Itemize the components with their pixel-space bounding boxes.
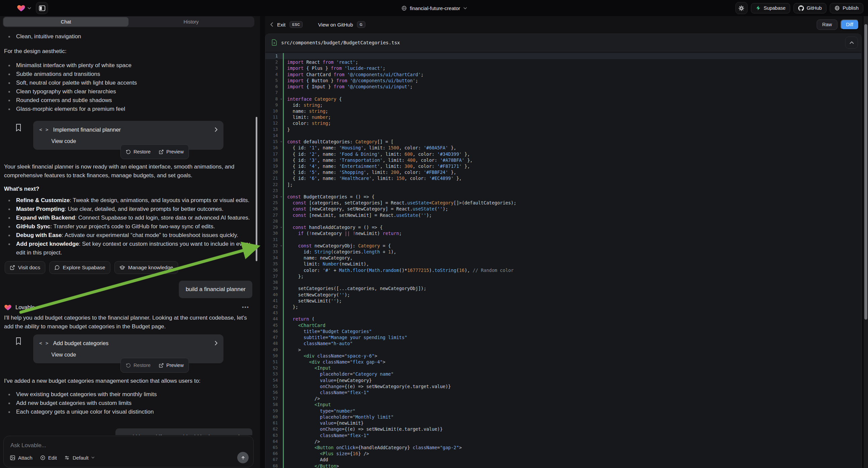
view-on-github-button[interactable]: View on GitHub (318, 22, 353, 28)
line-number: 10 (266, 108, 283, 114)
tab-chat[interactable]: Chat (3, 17, 128, 27)
chat-panel: Chat History Clean, intuitive navigation… (0, 16, 260, 468)
sidebar-panel-icon (39, 5, 45, 11)
code-line: 19 { id: '4', name: 'Entertainment', lim… (266, 163, 861, 169)
preview-button[interactable]: Preview (159, 361, 184, 370)
exit-button[interactable]: Exit (277, 22, 285, 28)
version-card-actions: Restore Preview (120, 358, 189, 373)
fold-toggle-icon[interactable]: › (278, 245, 284, 247)
code-text: name: newCategory, (284, 255, 353, 261)
assistant-paragraph: Your sleek financial planner is now read… (4, 163, 253, 180)
version-card-implement-financial-planner[interactable]: < > Implement financial planner View cod… (33, 121, 223, 150)
line-number: 12 (266, 120, 283, 126)
code-line: 8›interface Category { (266, 96, 861, 102)
user-message-row: build a financial planner (4, 281, 253, 298)
code-line: 25 const [categories, setCategories] = R… (266, 200, 861, 206)
code-line: 65 <Button onClick={handleAddCategory} c… (266, 444, 861, 450)
code-text (284, 188, 287, 194)
toggle-sidebar-button[interactable] (36, 2, 48, 14)
bullet-item: Refine & Customize: Tweak the design, an… (4, 196, 253, 205)
bullet-item: Clean, intuitive navigation (4, 32, 253, 41)
code-text: <div className="space-y-6"> (284, 353, 377, 359)
code-line: 60 placeholder="Monthly limit" (266, 414, 861, 420)
page-scrollbar-track[interactable] (864, 16, 868, 468)
line-number: 19 (266, 163, 283, 169)
lovable-heart-icon (17, 4, 26, 12)
line-number: 44 (266, 316, 283, 322)
explore-supabase-button[interactable]: Explore Supabase (49, 261, 111, 274)
code-editor[interactable]: 12import React from 'react';3import { Pl… (266, 52, 861, 468)
code-text: const handleAddCategory = () => { (284, 224, 382, 230)
message-menu-button[interactable]: ••• (242, 303, 249, 312)
line-number: 46 (266, 328, 283, 334)
fold-toggle-icon[interactable]: › (278, 226, 284, 229)
line-number: 43 (266, 310, 283, 316)
code-line: 5import { Button } from '@/components/ui… (266, 78, 861, 84)
code-line: 53 placeholder="Category name" (266, 371, 861, 377)
code-text: limit: Number(newLimit), (284, 261, 369, 267)
globe-icon (401, 5, 407, 11)
publish-button[interactable]: Publish (830, 3, 863, 13)
file-header[interactable]: src/components/budget/BudgetCategories.t… (266, 34, 861, 51)
line-number: 7 (266, 90, 283, 96)
code-line: 45 <ChartCard (266, 322, 861, 328)
line-number: 34 (266, 255, 283, 261)
code-text: { id: '3', name: 'Transportation', limit… (284, 157, 473, 163)
code-line: 11 limit: number; (266, 114, 861, 120)
code-line: 37 }; (266, 273, 861, 279)
fold-toggle-icon[interactable]: › (278, 196, 284, 198)
restore-button[interactable]: Restore (126, 361, 151, 370)
code-text (284, 133, 287, 139)
code-line: 26 const [newCategory, setNewCategory] =… (266, 206, 861, 212)
restore-button[interactable]: Restore (126, 147, 151, 156)
code-view-panel: Exit ESC View on GitHub G Raw Diff src/c… (265, 16, 862, 468)
model-selector[interactable]: Default (64, 455, 95, 461)
collapse-file-button[interactable] (845, 37, 858, 49)
code-text (284, 279, 287, 285)
supabase-button[interactable]: Supabase (751, 3, 790, 13)
line-number: 26 (266, 206, 283, 212)
chat-input[interactable] (10, 442, 176, 449)
preview-button[interactable]: Preview (159, 147, 184, 156)
github-button[interactable]: GitHub (794, 3, 827, 13)
code-line: 15›const defaultCategories: Category[] =… (266, 139, 861, 145)
code-text: <ChartCard (284, 322, 326, 328)
code-line: 44 return ( (266, 316, 861, 322)
fold-toggle-icon[interactable]: › (278, 98, 284, 100)
project-switcher[interactable]: financial-future-creator (401, 0, 467, 16)
line-number: 1 (266, 53, 283, 59)
code-line: 35 limit: Number(newLimit), (266, 261, 861, 267)
code-text: color: '#' + Math.floor(Math.random()*16… (284, 267, 514, 273)
bookmark-icon[interactable] (15, 123, 22, 131)
code-line: 49 > (266, 347, 861, 353)
bookmark-icon[interactable] (15, 337, 22, 345)
settings-button[interactable] (736, 2, 748, 14)
page-scrollbar-thumb[interactable] (864, 24, 867, 320)
send-button[interactable] (237, 452, 249, 463)
code-text: setNewLimit(''); (284, 298, 342, 304)
bullet-item: Master Prompting: Use clear, detailed, a… (4, 205, 253, 213)
edit-mode-button[interactable]: Edit (40, 455, 57, 461)
diff-toggle-button[interactable]: Diff (840, 20, 859, 30)
line-number: 48 (266, 341, 283, 347)
bullet-list: View existing budget categories with the… (4, 390, 253, 416)
line-number: 35 (266, 261, 283, 267)
gear-icon (738, 5, 745, 11)
code-line: 36 color: '#' + Math.floor(Math.random()… (266, 267, 861, 273)
chat-input-box[interactable]: Attach Edit Default (3, 436, 254, 467)
chat-scrollbar-thumb[interactable] (256, 117, 257, 261)
tab-history[interactable]: History (128, 17, 254, 27)
visit-docs-button[interactable]: Visit docs (5, 261, 45, 274)
fold-toggle-icon[interactable]: › (278, 141, 284, 143)
code-line: 39 setCategories([...categories, newCate… (266, 285, 861, 291)
raw-toggle-button[interactable]: Raw (817, 20, 837, 30)
attach-button[interactable]: Attach (10, 455, 33, 461)
code-text: <Button onClick={handleAddCategory} clas… (284, 444, 462, 450)
code-line: 34 name: newCategory, (266, 255, 861, 261)
code-text: { id: '2', name: 'Food & Dining', limit:… (284, 151, 470, 157)
manage-knowledge-button[interactable]: Manage knowledge (115, 261, 178, 274)
version-card-add-budget-categories[interactable]: < > Add budget categories View code Rest… (33, 334, 223, 363)
code-text: import { Plus } from 'lucide-react'; (284, 65, 385, 71)
lovable-logo-menu[interactable] (17, 4, 31, 12)
bullet-list: Minimalist interface with plenty of whit… (4, 61, 253, 114)
